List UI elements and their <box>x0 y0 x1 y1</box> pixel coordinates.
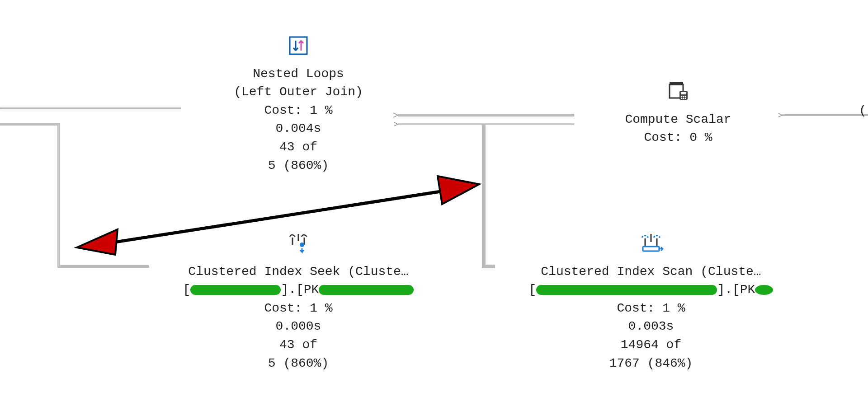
compute-scalar-node[interactable]: Compute Scalar Cost: 0 % <box>579 79 778 147</box>
truncated-text: ( <box>859 102 867 120</box>
node-title: Nested Loops <box>194 65 402 84</box>
svg-rect-6 <box>670 82 683 85</box>
svg-rect-8 <box>681 92 686 94</box>
node-title: Clustered Index Scan (Cluste… <box>497 263 805 281</box>
svg-rect-22 <box>643 247 659 251</box>
index-seek-node[interactable]: Clustered Index Seek (Cluste… [].[PK Cos… <box>154 231 443 373</box>
svg-point-10 <box>683 96 684 98</box>
node-object: [].[PK <box>497 281 805 299</box>
nested-loops-icon <box>288 35 309 62</box>
node-title: Clustered Index Seek (Cluste… <box>154 263 443 281</box>
svg-point-12 <box>681 98 683 99</box>
svg-marker-25 <box>438 176 479 204</box>
node-cost: Cost: 1 % <box>497 299 805 318</box>
redacted-text <box>190 285 281 295</box>
redacted-text <box>755 285 773 295</box>
svg-marker-24 <box>77 229 118 255</box>
node-cost: Cost: 0 % <box>579 129 778 147</box>
node-cost: Cost: 1 % <box>154 299 443 318</box>
node-rows-pct: 5 (860%) <box>194 157 402 175</box>
nested-loops-node[interactable]: Nested Loops (Left Outer Join) Cost: 1 %… <box>194 35 402 175</box>
node-rows-of: 43 of <box>194 138 402 157</box>
index-scan-node[interactable]: Clustered Index Scan (Cluste… [].[PK Cos… <box>497 231 805 373</box>
redacted-text <box>536 285 717 295</box>
index-seek-icon <box>286 231 311 260</box>
svg-point-13 <box>683 98 684 99</box>
node-cost: Cost: 1 % <box>194 102 402 120</box>
svg-point-18 <box>300 242 304 247</box>
node-rows-of: 14964 of <box>497 336 805 354</box>
node-rows-pct: 1767 (846%) <box>497 354 805 373</box>
node-title: Compute Scalar <box>579 111 778 129</box>
node-object: [].[PK <box>154 281 443 299</box>
node-time: 0.003s <box>497 317 805 336</box>
node-rows-pct: 5 (860%) <box>154 354 443 373</box>
node-rows-of: 43 of <box>154 336 443 354</box>
svg-point-9 <box>681 96 683 98</box>
node-subtitle: (Left Outer Join) <box>194 83 402 102</box>
svg-point-11 <box>685 96 686 98</box>
node-time: 0.004s <box>194 120 402 138</box>
redacted-text <box>319 285 414 295</box>
svg-rect-4 <box>290 37 307 54</box>
compute-scalar-icon <box>667 79 689 108</box>
node-time: 0.000s <box>154 317 443 336</box>
index-scan-icon <box>638 231 664 260</box>
svg-point-14 <box>685 98 686 99</box>
